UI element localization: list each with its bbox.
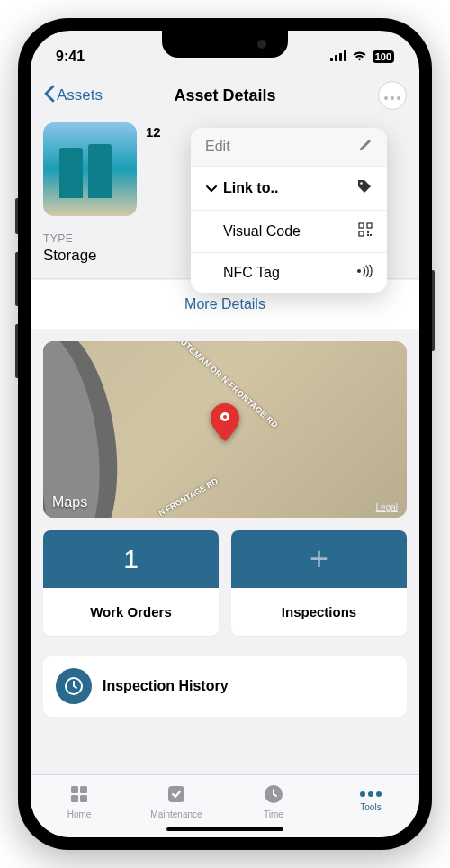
back-button[interactable]: Assets [43, 85, 103, 107]
svg-point-4 [384, 96, 388, 100]
more-options-button[interactable] [378, 81, 407, 110]
work-orders-count: 1 [43, 530, 219, 588]
svg-rect-13 [359, 231, 364, 236]
svg-rect-20 [71, 795, 78, 802]
map-legal-link[interactable]: Legal [376, 502, 398, 512]
svg-rect-11 [359, 223, 364, 228]
menu-visual-code-label: Visual Code [223, 223, 301, 240]
svg-rect-16 [367, 234, 369, 236]
asset-thumbnail[interactable] [43, 122, 137, 216]
tab-maintenance-label: Maintenance [150, 809, 202, 819]
menu-edit-label: Edit [205, 139, 230, 155]
menu-nfc-tag-label: NFC Tag [223, 265, 280, 281]
svg-point-10 [360, 182, 363, 185]
tab-home-label: Home [68, 809, 92, 819]
svg-rect-15 [370, 234, 372, 236]
nfc-icon [355, 265, 373, 281]
svg-point-6 [397, 96, 400, 100]
menu-link-to-row[interactable]: Link to.. [191, 167, 387, 211]
tab-time-label: Time [264, 809, 284, 819]
work-orders-card[interactable]: 1 Work Orders [43, 530, 219, 636]
ellipsis-icon [384, 87, 400, 104]
inspection-history-title: Inspection History [103, 678, 229, 694]
wifi-icon [352, 49, 367, 65]
home-indicator[interactable] [166, 827, 284, 831]
chevron-left-icon [43, 85, 55, 107]
menu-edit-row[interactable]: Edit [191, 128, 387, 167]
tab-tools[interactable]: Tools [322, 775, 419, 827]
svg-rect-3 [344, 50, 346, 61]
map-attribution: Maps [52, 494, 87, 511]
svg-rect-2 [339, 53, 342, 61]
svg-rect-14 [367, 231, 369, 233]
tab-tools-label: Tools [360, 802, 381, 812]
svg-point-17 [357, 269, 361, 273]
battery-icon: 100 [373, 50, 394, 63]
status-time: 9:41 [56, 49, 85, 65]
context-menu: Edit Link to.. Visual Code [191, 128, 387, 293]
svg-rect-0 [330, 58, 333, 61]
svg-rect-21 [80, 795, 87, 802]
svg-point-24 [360, 791, 365, 797]
chevron-down-icon [205, 180, 218, 196]
menu-link-label: Link to.. [223, 180, 278, 196]
svg-point-8 [223, 415, 227, 419]
menu-nfc-tag-row[interactable]: NFC Tag [191, 253, 387, 293]
plus-icon: + [231, 530, 407, 588]
svg-rect-22 [168, 786, 184, 802]
inspection-history-card[interactable]: Inspection History [43, 656, 407, 717]
tools-icon [359, 790, 382, 800]
tab-time[interactable]: Time [225, 775, 322, 827]
work-orders-label: Work Orders [43, 588, 219, 636]
svg-point-26 [376, 791, 382, 797]
inspections-card[interactable]: + Inspections [231, 530, 407, 636]
map-pin-icon [211, 403, 239, 445]
svg-rect-1 [335, 55, 338, 61]
nav-bar: Assets Asset Details [31, 74, 419, 117]
cellular-icon [330, 49, 346, 65]
clock-icon [56, 668, 92, 704]
svg-rect-18 [71, 786, 78, 793]
pencil-icon [358, 138, 373, 156]
svg-point-25 [368, 791, 374, 797]
svg-point-5 [391, 96, 394, 100]
back-label: Assets [57, 86, 103, 104]
tab-home[interactable]: Home [31, 775, 128, 827]
qr-code-icon [358, 222, 373, 240]
asset-number: 12 [146, 122, 161, 216]
inspections-label: Inspections [231, 588, 407, 636]
tab-maintenance[interactable]: Maintenance [128, 775, 225, 827]
time-icon [263, 783, 284, 807]
map-view[interactable]: MINUTEMAN DR N FRONTAGE RD N FRONTAGE RD… [43, 341, 407, 518]
tag-icon [356, 178, 373, 198]
page-title: Asset Details [174, 86, 275, 105]
svg-rect-12 [367, 223, 372, 228]
home-icon [68, 783, 90, 807]
checkmark-icon [166, 783, 187, 807]
svg-rect-19 [80, 786, 87, 793]
menu-visual-code-row[interactable]: Visual Code [191, 211, 387, 253]
map-road-label: N FRONTAGE RD [157, 476, 219, 518]
